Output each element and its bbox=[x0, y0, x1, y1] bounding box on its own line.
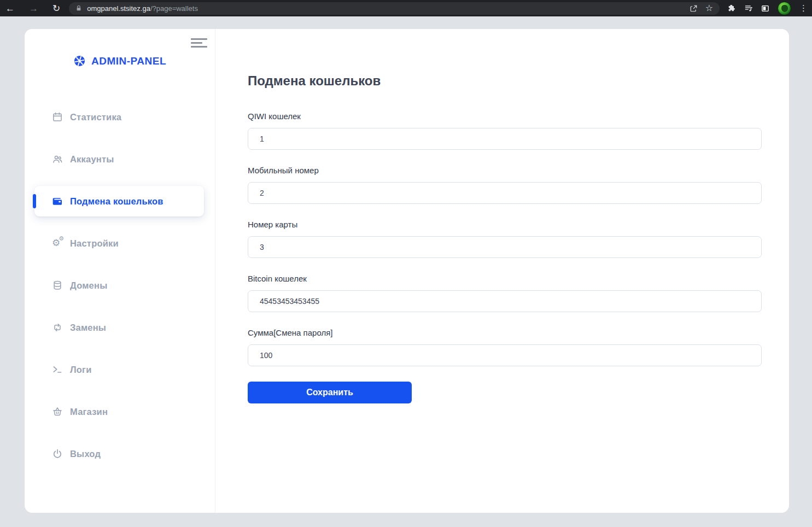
form-group-qiwi: QIWI кошелек bbox=[248, 111, 763, 150]
app-window: ADMIN-PANEL Статистика bbox=[25, 29, 789, 513]
form-group-mobile: Мобильный номер bbox=[248, 165, 763, 204]
sidebar-item-label: Выход bbox=[70, 449, 101, 459]
address-bar[interactable]: omgpanel.stsitez.ga/?page=wallets ☆ bbox=[69, 2, 720, 15]
brand-title: ADMIN-PANEL bbox=[91, 55, 166, 67]
browser-right-icons: ⋮ bbox=[727, 2, 808, 15]
mobile-number-label: Мобильный номер bbox=[248, 165, 763, 175]
sidebar-item-label: Замены bbox=[70, 323, 106, 333]
playlist-icon[interactable] bbox=[744, 4, 753, 13]
profile-avatar[interactable] bbox=[778, 2, 791, 15]
browser-toolbar: ← → ↻ omgpanel.stsitez.ga/?page=wallets … bbox=[0, 0, 812, 16]
calendar-icon bbox=[52, 112, 63, 122]
bitcoin-wallet-label: Bitcoin кошелек bbox=[248, 273, 763, 284]
form-group-bitcoin: Bitcoin кошелек bbox=[248, 273, 763, 312]
sidebar-item-replacements[interactable]: Замены bbox=[25, 312, 215, 343]
sidebar-toggle-hamburger-icon[interactable] bbox=[191, 38, 207, 48]
sidebar-item-label: Домены bbox=[70, 280, 107, 291]
omnibox-actions: ☆ bbox=[690, 4, 713, 13]
sidebar-nav: Статистика Аккаунты По bbox=[25, 102, 215, 469]
side-panel-icon[interactable] bbox=[761, 4, 769, 13]
mobile-number-input[interactable] bbox=[248, 182, 762, 204]
wallet-icon bbox=[52, 196, 63, 207]
sidebar-item-label: Статистика bbox=[70, 112, 121, 122]
form-group-sum: Сумма[Смена пароля] bbox=[248, 327, 763, 366]
swap-arrows-icon bbox=[52, 322, 63, 333]
sidebar-item-label: Логи bbox=[70, 365, 91, 375]
lock-icon bbox=[75, 5, 82, 11]
forward-arrow-icon[interactable]: → bbox=[29, 4, 38, 13]
share-icon[interactable] bbox=[690, 4, 698, 13]
back-arrow-icon[interactable]: ← bbox=[5, 4, 15, 13]
brand-logo[interactable]: ADMIN-PANEL bbox=[25, 55, 215, 67]
url-text: omgpanel.stsitez.ga/?page=wallets bbox=[87, 4, 198, 13]
page-title: Подмена кошельков bbox=[248, 73, 763, 89]
save-button[interactable]: Сохранить bbox=[248, 382, 412, 403]
browser-nav-buttons: ← → ↻ bbox=[5, 4, 60, 13]
sidebar-item-logout[interactable]: Выход bbox=[25, 438, 215, 469]
qiwi-wallet-label: QIWI кошелек bbox=[248, 111, 763, 121]
wallets-form: QIWI кошелек Мобильный номер Номер карты… bbox=[248, 111, 763, 403]
url-path: /?page=wallets bbox=[150, 4, 198, 13]
sidebar-item-accounts[interactable]: Аккаунты bbox=[25, 144, 215, 174]
sidebar-item-label: Магазин bbox=[70, 407, 108, 417]
basket-icon bbox=[52, 406, 63, 417]
sidebar-item-shop[interactable]: Магазин bbox=[25, 396, 215, 427]
url-host: omgpanel.stsitez.ga bbox=[87, 4, 150, 13]
qiwi-wallet-input[interactable] bbox=[248, 128, 762, 150]
main-content: Подмена кошельков QIWI кошелек Мобильный… bbox=[215, 29, 789, 513]
extensions-puzzle-icon[interactable] bbox=[727, 4, 736, 13]
card-number-input[interactable] bbox=[248, 236, 762, 258]
sidebar: ADMIN-PANEL Статистика bbox=[25, 29, 215, 513]
sidebar-item-wallet-substitution[interactable]: Подмена кошельков bbox=[34, 186, 204, 216]
database-icon bbox=[52, 280, 63, 291]
power-icon bbox=[52, 448, 63, 459]
sidebar-item-domains[interactable]: Домены bbox=[25, 270, 215, 301]
reload-icon[interactable]: ↻ bbox=[52, 4, 60, 13]
terminal-icon bbox=[52, 364, 63, 375]
sidebar-item-logs[interactable]: Логи bbox=[25, 354, 215, 385]
sidebar-item-label: Подмена кошельков bbox=[70, 196, 163, 207]
card-number-label: Номер карты bbox=[248, 219, 763, 230]
sidebar-item-label: Аккаунты bbox=[70, 154, 114, 165]
users-icon bbox=[52, 154, 63, 165]
sum-password-input[interactable] bbox=[248, 344, 762, 366]
form-group-card: Номер карты bbox=[248, 219, 763, 258]
sidebar-item-settings[interactable]: ⚙⚙ Настройки bbox=[25, 228, 215, 259]
menu-dots-icon[interactable]: ⋮ bbox=[799, 3, 808, 13]
gears-icon: ⚙⚙ bbox=[52, 238, 63, 249]
sum-password-label: Сумма[Смена пароля] bbox=[248, 327, 763, 338]
sidebar-item-label: Настройки bbox=[70, 238, 119, 249]
bitcoin-wallet-input[interactable] bbox=[248, 290, 762, 312]
brand-pinwheel-icon bbox=[73, 55, 86, 67]
bookmark-star-icon[interactable]: ☆ bbox=[705, 4, 713, 13]
sidebar-item-statistics[interactable]: Статистика bbox=[25, 102, 215, 132]
